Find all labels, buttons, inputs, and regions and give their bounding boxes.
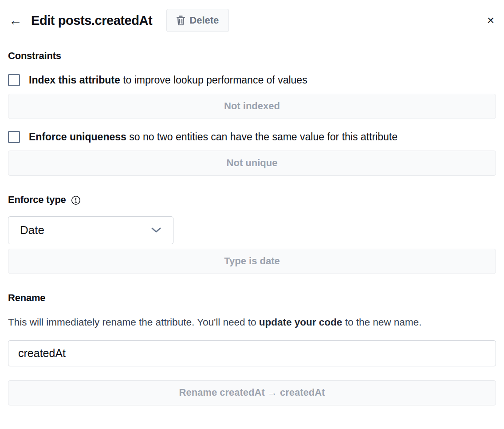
- rename-input[interactable]: [8, 340, 496, 366]
- rename-desc-pre: This will immediately rename the attribu…: [8, 317, 259, 328]
- index-checkbox[interactable]: [8, 74, 20, 86]
- rename-description: This will immediately rename the attribu…: [8, 313, 496, 332]
- edit-attribute-header: ← Edit posts.createdAt Delete ×: [8, 8, 496, 32]
- delete-button-label: Delete: [189, 15, 219, 26]
- type-select-value: Date: [20, 223, 44, 237]
- unique-attribute-row[interactable]: Enforce uniqueness so no two entities ca…: [8, 131, 496, 144]
- type-status-button[interactable]: Type is date: [8, 249, 496, 274]
- index-label-rest: to improve lookup performance of values: [120, 74, 307, 86]
- rename-desc-post: to the new name.: [342, 317, 421, 328]
- unique-status-button[interactable]: Not unique: [8, 151, 496, 176]
- rename-submit-button[interactable]: Rename createdAt → createdAt: [8, 380, 496, 405]
- index-checkbox-label: Index this attribute to improve lookup p…: [29, 74, 307, 87]
- index-status-button[interactable]: Not indexed: [8, 94, 496, 119]
- page-title: Edit posts.createdAt: [31, 13, 152, 28]
- enforce-type-heading: Enforce type: [8, 194, 66, 206]
- back-arrow-icon[interactable]: ←: [8, 13, 23, 28]
- unique-label-bold: Enforce uniqueness: [29, 131, 126, 143]
- delete-button[interactable]: Delete: [166, 9, 229, 32]
- unique-checkbox-label: Enforce uniqueness so no two entities ca…: [29, 131, 398, 144]
- index-label-bold: Index this attribute: [29, 74, 120, 86]
- chevron-down-icon: [151, 226, 161, 234]
- info-icon[interactable]: [71, 195, 81, 205]
- unique-label-rest: so no two entities can have the same val…: [126, 131, 398, 143]
- close-icon[interactable]: ×: [485, 13, 496, 28]
- constraints-heading: Constraints: [8, 50, 496, 62]
- unique-checkbox[interactable]: [8, 131, 20, 143]
- type-select[interactable]: Date: [8, 216, 173, 244]
- rename-desc-bold: update your code: [259, 317, 343, 328]
- index-attribute-row[interactable]: Index this attribute to improve lookup p…: [8, 74, 496, 87]
- rename-heading: Rename: [8, 292, 496, 304]
- trash-icon: [177, 16, 185, 25]
